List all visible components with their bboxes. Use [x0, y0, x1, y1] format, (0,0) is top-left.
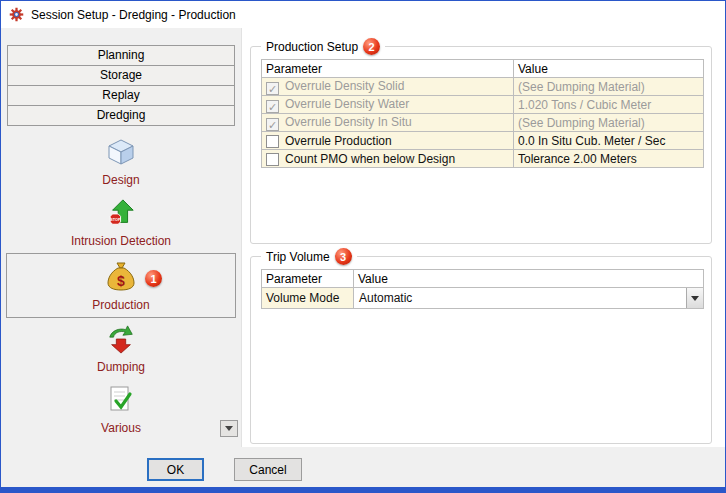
- checkbox[interactable]: [266, 153, 279, 166]
- groupbox-title: Trip Volume 3: [261, 248, 357, 265]
- value-cell[interactable]: 1.020 Tons / Cubic Meter: [514, 96, 704, 114]
- table-row: Overrule Density Water 1.020 Tons / Cubi…: [262, 96, 704, 114]
- production-setup-table: Parameter Value Overrule Density Solid (…: [261, 59, 704, 168]
- chevron-down-icon: [691, 296, 699, 305]
- parameter-cell: Overrule Density Solid: [262, 78, 514, 96]
- dialog-body: Planning Storage Replay Dredging Design: [1, 28, 725, 447]
- column-header-parameter: Parameter: [262, 270, 354, 288]
- parameter-cell: Count PMO when below Design: [262, 150, 514, 168]
- sidebar-tab-planning[interactable]: Planning: [7, 45, 235, 66]
- sidebar-item-label: Various: [101, 421, 141, 435]
- parameter-cell: Overrule Density In Situ: [262, 114, 514, 132]
- checkbox[interactable]: [266, 118, 279, 131]
- sidebar-tab-dredging[interactable]: Dredging: [7, 105, 235, 126]
- step-badge-3: 3: [335, 248, 352, 265]
- table-row: Overrule Density Solid (See Dumping Mate…: [262, 78, 704, 96]
- table-row: Volume Mode Automatic: [262, 288, 704, 309]
- checkbox[interactable]: [266, 100, 279, 113]
- money-bag-icon: $: [105, 260, 137, 296]
- chevron-down-icon: [225, 426, 233, 435]
- sidebar-tab-list: Planning Storage Replay Dredging: [7, 45, 235, 126]
- checkbox[interactable]: [266, 135, 279, 148]
- value-cell[interactable]: Tolerance 2.00 Meters: [514, 150, 704, 168]
- parameter-label: Count PMO when below Design: [285, 152, 455, 166]
- parameter-cell: Overrule Density Water: [262, 96, 514, 114]
- table-row: Overrule Density In Situ (See Dumping Ma…: [262, 114, 704, 132]
- design-cube-icon: [106, 137, 136, 171]
- table-header-row: Parameter Value: [262, 60, 704, 78]
- scroll-down-button[interactable]: [220, 420, 238, 437]
- table-row: Overrule Production 0.0 In Situ Cub. Met…: [262, 132, 704, 150]
- parameter-label: Overrule Density In Situ: [285, 115, 412, 129]
- titlebar: Session Setup - Dredging - Production: [1, 1, 725, 28]
- sidebar: Planning Storage Replay Dredging Design: [1, 28, 241, 447]
- sidebar-item-production[interactable]: $ 1 Production: [6, 253, 236, 318]
- parameter-label: Overrule Production: [285, 134, 392, 148]
- dropdown-button[interactable]: [686, 288, 703, 308]
- checkbox[interactable]: [266, 82, 279, 95]
- sidebar-tab-storage[interactable]: Storage: [7, 65, 235, 86]
- parameter-cell: Overrule Production: [262, 132, 514, 150]
- sidebar-item-various[interactable]: Various: [1, 379, 241, 440]
- sidebar-item-label: Production: [92, 298, 149, 312]
- trip-volume-groupbox: Trip Volume 3 Parameter Value Volume Mod…: [250, 256, 712, 444]
- parameter-label: Overrule Density Water: [285, 97, 409, 111]
- sidebar-item-label: Dumping: [97, 360, 145, 374]
- intrusion-detection-icon: STOP: [106, 198, 136, 232]
- column-header-value: Value: [514, 60, 704, 78]
- stop-text: STOP: [110, 218, 121, 222]
- trip-volume-table: Parameter Value Volume Mode Automatic: [261, 269, 704, 309]
- value-cell[interactable]: 0.0 In Situ Cub. Meter / Sec: [514, 132, 704, 150]
- groupbox-title: Production Setup 2: [261, 38, 385, 55]
- table-row: Count PMO when below Design Tolerance 2.…: [262, 150, 704, 168]
- various-document-icon: [107, 385, 135, 419]
- column-header-value: Value: [354, 270, 704, 288]
- volume-mode-value: Automatic: [354, 291, 686, 305]
- window-title: Session Setup - Dredging - Production: [31, 8, 236, 22]
- column-header-parameter: Parameter: [262, 60, 514, 78]
- session-setup-dialog: Session Setup - Dredging - Production Pl…: [0, 0, 726, 493]
- sidebar-item-intrusion-detection[interactable]: STOP Intrusion Detection: [1, 192, 241, 253]
- dialog-footer: OK Cancel: [1, 447, 725, 487]
- sidebar-item-label: Design: [102, 173, 139, 187]
- table-header-row: Parameter Value: [262, 270, 704, 288]
- volume-mode-select[interactable]: Automatic: [354, 288, 703, 308]
- sidebar-tab-replay[interactable]: Replay: [7, 85, 235, 106]
- main-panel: Production Setup 2 Parameter Value Overr…: [241, 28, 725, 447]
- dollar-text: $: [117, 273, 125, 289]
- sidebar-item-label: Intrusion Detection: [71, 234, 171, 248]
- sidebar-item-dumping[interactable]: Dumping: [1, 318, 241, 379]
- production-setup-title: Production Setup: [266, 40, 358, 54]
- cancel-button[interactable]: Cancel: [234, 458, 302, 481]
- sidebar-nav: Design STOP Intrusion Detection: [1, 131, 241, 440]
- gear-icon: [9, 7, 24, 22]
- dumping-arrow-icon: [106, 324, 136, 358]
- parameter-label: Overrule Density Solid: [285, 79, 404, 93]
- sidebar-item-design[interactable]: Design: [1, 131, 241, 192]
- parameter-cell: Volume Mode: [262, 288, 354, 309]
- step-badge-2: 2: [363, 38, 380, 55]
- ok-button[interactable]: OK: [147, 458, 204, 481]
- value-cell: Automatic: [354, 288, 704, 309]
- value-cell[interactable]: (See Dumping Material): [514, 114, 704, 132]
- production-setup-groupbox: Production Setup 2 Parameter Value Overr…: [250, 46, 712, 244]
- value-cell[interactable]: (See Dumping Material): [514, 78, 704, 96]
- trip-volume-title: Trip Volume: [266, 250, 330, 264]
- step-badge-1: 1: [145, 270, 162, 287]
